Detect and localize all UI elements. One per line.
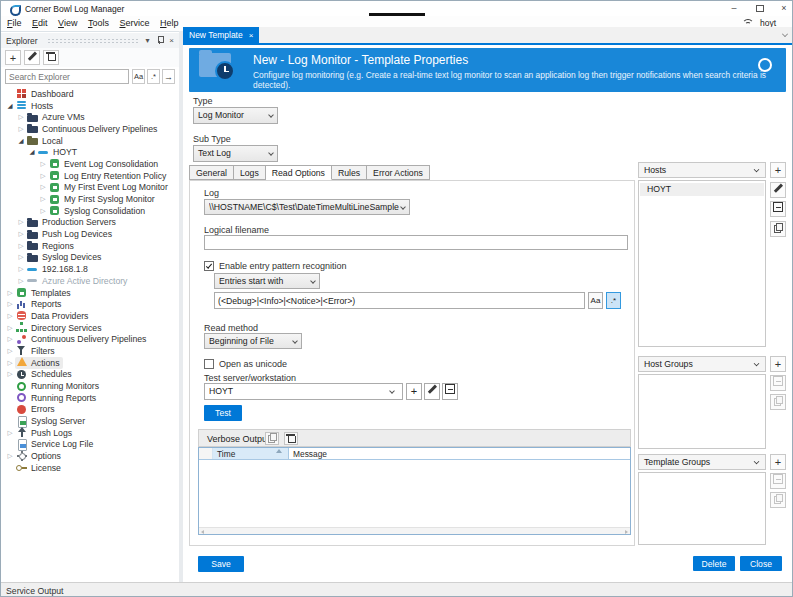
read-method-select[interactable]: Beginning of File xyxy=(204,333,302,349)
expander-icon[interactable]: ▷ xyxy=(16,242,26,250)
maximize-button[interactable] xyxy=(751,2,769,15)
expander-icon[interactable]: ▷ xyxy=(5,300,15,308)
regex-toggle-button[interactable]: .* xyxy=(606,292,621,309)
tree-item-core[interactable]: Data Providers xyxy=(15,310,91,322)
tree-item[interactable]: ▷Log Entry Retention Policy xyxy=(1,170,179,182)
tab-rules[interactable]: Rules xyxy=(332,165,367,180)
tab-logs[interactable]: Logs xyxy=(234,165,266,180)
add-button[interactable]: + xyxy=(5,50,21,65)
menu-view[interactable]: View xyxy=(58,16,77,31)
tab-error-actions[interactable]: Error Actions xyxy=(367,165,430,180)
expander-icon[interactable]: ▷ xyxy=(5,312,15,320)
edit-button[interactable] xyxy=(24,50,40,65)
copy-output-button[interactable] xyxy=(265,432,279,445)
expander-icon[interactable]: ▷ xyxy=(5,289,15,297)
tree-item[interactable]: ▷Options xyxy=(1,450,179,462)
unicode-checkbox[interactable] xyxy=(204,359,214,369)
close-button[interactable]: Close xyxy=(740,556,782,571)
template-groups-list[interactable] xyxy=(638,472,766,545)
tree-item[interactable]: ▷Templates xyxy=(1,287,179,299)
expander-icon[interactable]: ▷ xyxy=(16,113,26,121)
host-groups-list[interactable] xyxy=(638,374,766,449)
tree-item[interactable]: ▷Data Providers xyxy=(1,310,179,322)
tree-item[interactable]: ◢Local xyxy=(1,135,179,147)
tree-item[interactable]: License xyxy=(1,462,179,474)
tree-item[interactable]: ◢HOYT xyxy=(1,146,179,158)
test-button[interactable]: Test xyxy=(204,405,242,421)
hosts-list[interactable]: HOYT xyxy=(638,180,766,347)
expander-icon[interactable]: ▷ xyxy=(16,265,26,273)
tab-read-options[interactable]: Read Options xyxy=(266,165,332,180)
tree-item[interactable]: ◢Hosts xyxy=(1,100,179,112)
tree-item-core[interactable]: Push Logs xyxy=(15,427,75,439)
tree-item-core[interactable]: Syslog Devices xyxy=(26,252,104,264)
add-host-group-button[interactable]: + xyxy=(770,356,786,372)
expander-icon[interactable]: ▷ xyxy=(38,160,48,168)
logical-filename-input[interactable] xyxy=(204,235,628,250)
tree-item-core[interactable]: Azure VMs xyxy=(26,111,87,123)
pattern-mode-select[interactable]: Entries start with xyxy=(214,273,320,289)
copy-host-button[interactable] xyxy=(770,221,786,237)
search-go-button[interactable]: → xyxy=(162,69,175,84)
tree-item[interactable]: ▷Azure Active Directory xyxy=(1,275,179,287)
close-panel-icon[interactable]: × xyxy=(166,35,177,47)
tab-overflow-icon[interactable] xyxy=(782,31,788,37)
tree-item-core[interactable]: Continuous Delivery Pipelines xyxy=(26,123,160,135)
type-select[interactable]: Log Monitor xyxy=(193,107,278,124)
tree-item-core[interactable]: Push Log Devices xyxy=(26,228,115,240)
remove-host-button[interactable] xyxy=(770,201,786,217)
tree-item-core[interactable]: Reports xyxy=(15,298,64,310)
add-server-button[interactable]: + xyxy=(406,383,422,400)
pattern-regex-input[interactable] xyxy=(214,292,585,309)
tree-item-core[interactable]: Service Log File xyxy=(15,439,96,451)
tree-item[interactable]: ▷Filters xyxy=(1,345,179,357)
expander-icon[interactable]: ▷ xyxy=(16,253,26,261)
tree-item-core[interactable]: Production Servers xyxy=(26,217,119,229)
delete-button[interactable]: Delete xyxy=(693,556,735,571)
clear-output-button[interactable] xyxy=(284,432,298,445)
expander-icon[interactable]: ▷ xyxy=(5,429,15,437)
tree-item-core[interactable]: Templates xyxy=(15,287,74,299)
add-template-group-button[interactable]: + xyxy=(770,454,786,470)
tree-item-core[interactable]: Syslog Consolidation xyxy=(48,205,148,217)
tree-item-core[interactable]: Regions xyxy=(26,240,77,252)
tree-item[interactable]: ▷Event Log Consolidation xyxy=(1,158,179,170)
copy-template-group-button[interactable] xyxy=(770,492,786,508)
tree-item-core[interactable]: 192.168.1.8 xyxy=(26,263,91,275)
tree-item[interactable]: Syslog Server xyxy=(1,415,179,427)
tree-item-core[interactable]: Local xyxy=(26,135,66,147)
remove-template-group-button[interactable] xyxy=(770,473,786,489)
add-host-button[interactable]: + xyxy=(770,162,786,178)
save-button[interactable]: Save xyxy=(198,556,244,572)
horizontal-scrollbar[interactable] xyxy=(199,527,630,534)
tree-item[interactable]: ▷Continuous Delivery Pipelines xyxy=(1,123,179,135)
tree-item-core[interactable]: Running Reports xyxy=(15,392,99,404)
message-column-header[interactable]: Message xyxy=(289,448,630,459)
menu-help[interactable]: Help xyxy=(160,16,179,31)
host-list-item[interactable]: HOYT xyxy=(640,183,764,196)
tree-item-core[interactable]: Options xyxy=(15,450,64,462)
tree-item-core[interactable]: Directory Services xyxy=(15,322,104,334)
tree-item-core[interactable]: Filters xyxy=(15,345,58,357)
tree-item-core[interactable]: My First Event Log Monitor xyxy=(48,182,171,194)
drag-grip[interactable] xyxy=(47,38,139,44)
subtype-select[interactable]: Text Log xyxy=(193,145,278,162)
tree-item[interactable]: ▷My First Syslog Monitor xyxy=(1,193,179,205)
menu-service[interactable]: Service xyxy=(119,16,149,31)
tree-item-core[interactable]: Log Entry Retention Policy xyxy=(48,170,169,182)
tree-item-core[interactable]: Event Log Consolidation xyxy=(48,158,161,170)
time-column-header[interactable]: Time xyxy=(213,448,289,459)
tree-item-core[interactable]: Hosts xyxy=(15,100,56,112)
tree-item[interactable]: Running Reports xyxy=(1,392,179,404)
tree-item[interactable]: ▷Production Servers xyxy=(1,217,179,229)
tree-item-core[interactable]: Dashboard xyxy=(15,88,77,100)
edit-host-button[interactable] xyxy=(770,182,786,198)
tree-item[interactable]: ▷192.168.1.8 xyxy=(1,263,179,275)
tab-close-icon[interactable]: × xyxy=(249,31,254,40)
scroll-right-icon[interactable] xyxy=(625,530,628,534)
log-select[interactable]: \\HOSTNAME\C$\Test\DateTimeMultiLineSamp… xyxy=(204,199,410,215)
tree-item[interactable]: ▷Syslog Devices xyxy=(1,252,179,264)
expander-icon[interactable]: ▷ xyxy=(38,195,48,203)
remove-server-button[interactable] xyxy=(442,383,458,400)
expander-icon[interactable]: ▷ xyxy=(38,183,48,191)
